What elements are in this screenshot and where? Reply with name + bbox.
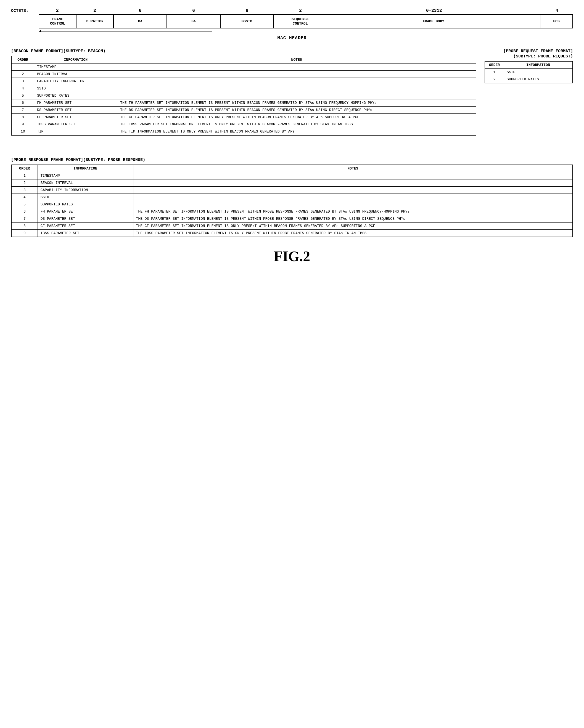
beacon-table-row: 4 SSID <box>11 85 476 92</box>
probe-response-section-title: [PROBE RESPONSE FRAME FORMAT](SUBTYPE: P… <box>11 158 573 162</box>
probe-resp-col-notes: NOTES <box>133 165 573 172</box>
probe-resp-table-row: 8 CF PARAMETER SET THE CF PARAMETER SET … <box>11 223 573 230</box>
beacon-notes-cell <box>117 78 476 85</box>
probe-request-table: ORDER INFORMATION 1 SSID 2 SUPPORTED RAT… <box>485 61 573 83</box>
beacon-table-row: 10 TIM THE TIM INFORMATION ELEMENT IS ON… <box>11 128 476 135</box>
probe-resp-table-row: 3 CAPABILITY INFORMATION <box>11 187 573 194</box>
beacon-table-row: 2 BEACON INTERVAL <box>11 71 476 78</box>
frame-field-frame-control: FRAME CONTROL <box>39 15 76 28</box>
fig-label: FIG.2 <box>11 248 573 264</box>
probe-resp-info-cell: IBSS PARAMETER SET <box>37 230 133 237</box>
upper-area: [BEACON FRAME FORMAT](SUBTYPE: BEACON) O… <box>11 49 573 147</box>
arrow-left-icon: ◄ <box>39 29 41 33</box>
beacon-info-cell: BEACON INTERVAL <box>34 71 117 78</box>
beacon-order-cell: 5 <box>11 92 34 99</box>
probe-resp-info-cell: DS PARAMETER SET <box>37 215 133 223</box>
probe-resp-order-cell: 8 <box>11 223 37 230</box>
beacon-notes-cell <box>117 63 476 71</box>
probe-request-section: [PROBE REQUEST FRAME FORMAT] (SUBTYPE: P… <box>485 49 573 135</box>
probe-resp-table-row: 5 SUPPORTED RATES <box>11 201 573 208</box>
beacon-table-row: 9 IBSS PARAMETER SET THE IBSS PARAMETER … <box>11 121 476 128</box>
beacon-info-cell: SSID <box>34 85 117 92</box>
beacon-notes-cell <box>117 92 476 99</box>
probe-resp-order-cell: 9 <box>11 230 37 237</box>
probe-resp-table-row: 9 IBSS PARAMETER SET THE IBSS PARAMETER … <box>11 230 573 237</box>
probe-request-title-line2: (SUBTYPE: PROBE REQUEST) <box>485 54 573 59</box>
frame-field-da: DA <box>114 15 167 28</box>
frame-diagram: FRAME CONTROL DURATION DA SA BSSID SEQUE… <box>39 15 573 28</box>
octet-val-5: 6 <box>220 8 274 13</box>
beacon-info-cell: TIMESTAMP <box>34 63 117 71</box>
beacon-section-title: [BEACON FRAME FORMAT](SUBTYPE: BEACON) <box>11 49 476 54</box>
probe-resp-notes-cell <box>133 194 573 201</box>
probe-resp-table-row: 7 DS PARAMETER SET THE DS PARAMETER SET … <box>11 215 573 223</box>
probe-resp-col-order: ORDER <box>11 165 37 172</box>
probe-resp-order-cell: 4 <box>11 194 37 201</box>
octet-val-8: 4 <box>541 8 573 13</box>
beacon-section: [BEACON FRAME FORMAT](SUBTYPE: BEACON) O… <box>11 49 476 135</box>
frame-field-sa: SA <box>167 15 220 28</box>
beacon-notes-cell <box>117 71 476 78</box>
beacon-notes-cell: THE DS PARAMETER SET INFORMATION ELEMENT… <box>117 107 476 114</box>
probe-resp-info-cell: SUPPORTED RATES <box>37 201 133 208</box>
beacon-notes-cell: THE FH PARAMETER SET INFORMATION ELEMENT… <box>117 99 476 107</box>
probe-resp-info-cell: FH PARAMETER SET <box>37 208 133 215</box>
beacon-table-row: 7 DS PARAMETER SET THE DS PARAMETER SET … <box>11 107 476 114</box>
probe-req-table-row: 1 SSID <box>485 69 573 76</box>
probe-resp-info-cell: CF PARAMETER SET <box>37 223 133 230</box>
probe-resp-notes-cell <box>133 201 573 208</box>
probe-req-info-cell: SUPPORTED RATES <box>504 76 573 83</box>
mac-header-section: OCTETS: 2 2 6 6 6 2 0–2312 4 FRAME CONTR… <box>11 8 573 41</box>
probe-req-order-cell: 1 <box>485 69 504 76</box>
probe-resp-order-cell: 5 <box>11 201 37 208</box>
frame-field-sequence-control: SEQUENCE CONTROL <box>274 15 327 28</box>
probe-resp-notes-cell <box>133 179 573 187</box>
probe-resp-table-row: 6 FH PARAMETER SET THE FH PARAMETER SET … <box>11 208 573 215</box>
probe-resp-info-cell: SSID <box>37 194 133 201</box>
beacon-info-cell: CAPABILITY INFORMATION <box>34 78 117 85</box>
probe-resp-order-cell: 3 <box>11 187 37 194</box>
beacon-notes-cell: THE TIM INFORMATION ELEMENT IS ONLY PRES… <box>117 128 476 135</box>
probe-resp-table-row: 4 SSID <box>11 194 573 201</box>
beacon-order-cell: 10 <box>11 128 34 135</box>
probe-resp-notes-cell <box>133 172 573 179</box>
octet-val-1: 2 <box>39 8 76 13</box>
octets-label: OCTETS: <box>11 8 39 13</box>
probe-resp-notes-cell: THE CF PARAMETER SET INFORMATION ELEMENT… <box>133 223 573 230</box>
beacon-order-cell: 9 <box>11 121 34 128</box>
probe-resp-table-row: 1 TIMESTAMP <box>11 172 573 179</box>
probe-resp-info-cell: CAPABILITY INFORMATION <box>37 187 133 194</box>
frame-field-bssid: BSSID <box>221 15 274 28</box>
beacon-notes-cell: THE IBSS PARAMETER SET INFORMATION ELEME… <box>117 121 476 128</box>
beacon-order-cell: 3 <box>11 78 34 85</box>
octet-val-3: 6 <box>113 8 167 13</box>
beacon-info-cell: IBSS PARAMETER SET <box>34 121 117 128</box>
probe-resp-table-row: 2 BEACON INTERVAL <box>11 179 573 187</box>
mac-header-label: MAC HEADER <box>11 35 573 41</box>
probe-resp-order-cell: 6 <box>11 208 37 215</box>
beacon-col-notes: NOTES <box>117 56 476 63</box>
beacon-order-cell: 1 <box>11 63 34 71</box>
probe-req-col-order: ORDER <box>485 61 504 69</box>
frame-field-duration: DURATION <box>76 15 114 28</box>
probe-resp-notes-cell: THE DS PARAMETER SET INFORMATION ELEMENT… <box>133 215 573 223</box>
probe-resp-notes-cell: THE FH PARAMETER SET INFORMATION ELEMENT… <box>133 208 573 215</box>
probe-resp-info-cell: BEACON INTERVAL <box>37 179 133 187</box>
beacon-col-info: INFORMATION <box>34 56 117 63</box>
probe-resp-col-info: INFORMATION <box>37 165 133 172</box>
beacon-order-cell: 7 <box>11 107 34 114</box>
probe-req-order-cell: 2 <box>485 76 504 83</box>
octet-val-6: 2 <box>274 8 327 13</box>
probe-response-section: [PROBE RESPONSE FRAME FORMAT](SUBTYPE: P… <box>11 158 573 237</box>
probe-response-table: ORDER INFORMATION NOTES 1 TIMESTAMP 2 BE… <box>11 164 573 237</box>
beacon-col-order: ORDER <box>11 56 34 63</box>
probe-resp-order-cell: 7 <box>11 215 37 223</box>
beacon-info-cell: DS PARAMETER SET <box>34 107 117 114</box>
beacon-order-cell: 4 <box>11 85 34 92</box>
beacon-info-cell: CF PARAMETER SET <box>34 114 117 121</box>
probe-resp-order-cell: 1 <box>11 172 37 179</box>
beacon-table-row: 1 TIMESTAMP <box>11 63 476 71</box>
probe-resp-info-cell: TIMESTAMP <box>37 172 133 179</box>
octet-val-4: 6 <box>167 8 220 13</box>
octet-val-7: 0–2312 <box>327 8 541 13</box>
